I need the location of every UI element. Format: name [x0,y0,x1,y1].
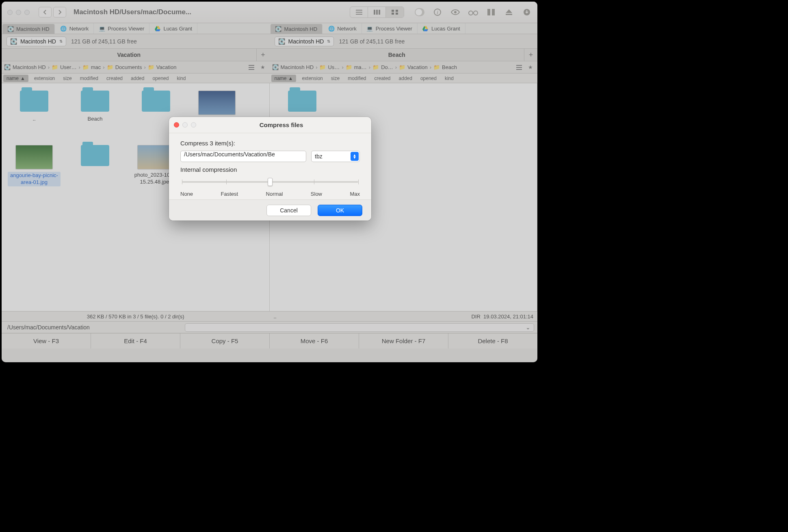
dialog-titlebar: Compress files [169,117,371,133]
app-window: Macintosh HD/Users/mac/Docume... i 💽Maci… [2,2,537,362]
slider-label: Normal [266,191,283,197]
slider-label: Slow [311,191,322,197]
cancel-button[interactable]: Cancel [266,205,311,216]
slider-label: Max [350,191,360,197]
format-value: tbz [315,153,323,160]
compress-dialog: Compress files Compress 3 item(s): /User… [169,117,371,221]
dialog-zoom-icon [191,122,196,128]
ok-button[interactable]: OK [318,205,362,216]
chevron-updown-icon: ▲▼ [351,152,359,161]
compression-label: Internal compression [180,166,360,173]
dialog-close-icon[interactable] [174,122,179,128]
slider-label: None [180,191,193,197]
slider-label: Fastest [221,191,238,197]
dialog-minimize-icon [182,122,188,128]
archive-path-input[interactable]: /Users/mac/Documents/Vacation/Be [180,151,306,162]
dialog-subtitle: Compress 3 item(s): [180,140,360,147]
archive-format-select[interactable]: tbz ▲▼ [311,151,360,162]
compression-slider[interactable] [180,175,360,192]
slider-knob[interactable] [268,178,273,186]
dialog-title: Compress files [196,121,366,128]
slider-labels: None Fastest Normal Slow Max [180,191,360,197]
